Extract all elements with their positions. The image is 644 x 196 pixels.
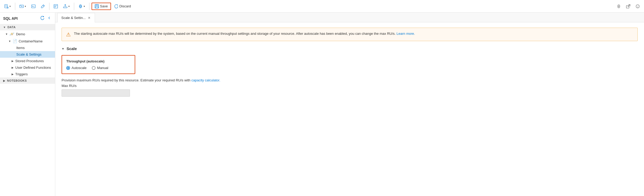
data-section-chevron: ▼ — [3, 26, 6, 29]
sidebar-item-scale-settings[interactable]: Scale & Settings — [0, 51, 55, 58]
external-button[interactable] — [624, 3, 632, 10]
triggers-chevron: ▶ — [12, 73, 14, 76]
svg-rect-7 — [20, 5, 21, 6]
brush-button[interactable] — [39, 3, 47, 10]
udf-chevron: ▶ — [12, 66, 14, 69]
autoscale-label: Autoscale — [72, 66, 87, 70]
sidebar: SQL API ▼ DATA ▼ — [0, 13, 55, 196]
content-area: Scale & Settin... ✕ ⚠ The starting autos… — [55, 13, 644, 196]
smiley-button[interactable] — [633, 3, 642, 10]
open-icon — [19, 4, 24, 8]
terminal-icon — [31, 4, 36, 8]
separator-3 — [74, 3, 74, 10]
sidebar-item-stored-procedures[interactable]: ▶ Stored Procedures — [0, 58, 55, 64]
new-button[interactable]: ▾ — [2, 3, 13, 10]
learn-more-link[interactable]: Learn more. — [396, 32, 415, 36]
discard-label: Discard — [119, 4, 131, 8]
svg-point-28 — [636, 4, 640, 8]
discard-button[interactable]: Discard — [112, 3, 133, 10]
max-rus-input[interactable] — [62, 89, 130, 97]
throughput-box: Throughput (autoscale) Autoscale Manual — [62, 55, 135, 74]
discard-icon — [114, 4, 118, 8]
toolbar: ▾ ▾ — [0, 0, 644, 13]
save-icon — [95, 4, 99, 8]
collapse-icon — [47, 16, 51, 20]
toolbar-right — [615, 3, 642, 10]
new-icon — [4, 4, 8, 8]
max-rus-label: Max RU/s — [62, 84, 638, 88]
manual-option[interactable]: Manual — [92, 66, 108, 70]
save-button[interactable]: Save — [92, 3, 111, 10]
gear-icon — [78, 4, 83, 8]
tab-scale-settings[interactable]: Scale & Settin... ✕ — [57, 13, 95, 22]
sidebar-header-actions — [40, 15, 52, 21]
warning-text: The starting autoscale max RU/s will be … — [74, 31, 415, 36]
capacity-calculator-link[interactable]: capacity calculator. — [191, 78, 220, 82]
demo-chevron: ▼ — [5, 33, 8, 36]
main-layout: SQL API ▼ DATA ▼ — [0, 13, 644, 196]
throughput-radio-group: Autoscale Manual — [66, 66, 130, 70]
notebooks-section-chevron: ▶ — [3, 79, 6, 82]
sidebar-section-data[interactable]: ▼ DATA — [0, 24, 55, 30]
throughput-title: Throughput (autoscale) — [66, 59, 130, 63]
sidebar-item-triggers[interactable]: ▶ Triggers — [0, 71, 55, 77]
refresh-icon — [40, 16, 44, 20]
query-icon — [54, 4, 58, 8]
brush-icon — [41, 4, 45, 8]
stored-proc-chevron: ▶ — [12, 60, 14, 62]
svg-rect-18 — [63, 7, 67, 8]
sidebar-item-stored-proc-label: Stored Procedures — [15, 59, 44, 63]
settings-icon — [617, 4, 621, 8]
settings-chevron: ▾ — [84, 5, 85, 8]
sidebar-item-items[interactable]: Items — [0, 45, 55, 51]
settings-button[interactable] — [615, 3, 623, 10]
refresh-button[interactable] — [40, 15, 45, 21]
upload-button[interactable]: ▾ — [61, 3, 72, 10]
sidebar-item-demo-label: Demo — [16, 32, 25, 36]
query-button[interactable] — [52, 3, 60, 10]
terminal-button[interactable] — [29, 3, 38, 10]
sidebar-header: SQL API — [0, 13, 55, 24]
scale-section-label: Scale — [67, 46, 77, 51]
tab-close-button[interactable]: ✕ — [87, 16, 91, 20]
sidebar-item-demo[interactable]: ▼ 🪐 Demo — [0, 30, 55, 38]
sidebar-item-items-label: Items — [16, 46, 25, 50]
smiley-icon — [636, 4, 640, 8]
provision-description: Provision maximum RU/s required by this … — [62, 78, 190, 82]
upload-icon — [63, 4, 67, 8]
settings-gear-button[interactable]: ▾ — [76, 3, 87, 10]
open-button[interactable]: ▾ — [17, 3, 28, 10]
provision-text: Provision maximum RU/s required by this … — [62, 78, 638, 82]
manual-label: Manual — [97, 66, 108, 70]
separator-2 — [49, 3, 49, 10]
container-icon: 📄 — [13, 39, 17, 43]
sidebar-item-container[interactable]: ▼ 📄 ContainerName — [0, 38, 55, 45]
open-chevron: ▾ — [25, 5, 26, 8]
tab-scale-settings-label: Scale & Settin... — [61, 16, 86, 20]
manual-radio[interactable] — [92, 66, 95, 70]
content-scroll: ⚠ The starting autoscale max RU/s will b… — [55, 22, 644, 196]
scale-section-header: ▼ Scale — [62, 46, 638, 51]
svg-rect-23 — [95, 6, 98, 8]
sidebar-item-container-label: ContainerName — [19, 39, 43, 43]
autoscale-option[interactable]: Autoscale — [66, 66, 87, 70]
svg-point-25 — [618, 6, 619, 7]
warning-banner: ⚠ The starting autoscale max RU/s will b… — [62, 28, 638, 41]
autoscale-radio[interactable] — [66, 66, 70, 70]
container-chevron: ▼ — [8, 40, 11, 43]
upload-chevron: ▾ — [68, 5, 70, 8]
sidebar-item-triggers-label: Triggers — [15, 72, 28, 76]
svg-line-13 — [43, 5, 44, 6]
external-icon — [626, 4, 630, 8]
demo-db-icon: 🪐 — [9, 32, 14, 36]
collapse-button[interactable] — [47, 15, 52, 21]
separator-1 — [15, 3, 15, 10]
sidebar-item-udf[interactable]: ▶ User Defined Functions — [0, 64, 55, 71]
scale-collapse-icon: ▼ — [62, 47, 64, 50]
svg-point-29 — [637, 6, 637, 6]
notebooks-section-label: NOTEBOOKS — [7, 79, 27, 82]
sidebar-item-scale-label: Scale & Settings — [16, 52, 41, 56]
sidebar-section-notebooks[interactable]: ▶ NOTEBOOKS — [0, 77, 55, 84]
sidebar-item-udf-label: User Defined Functions — [15, 66, 51, 70]
warning-icon: ⚠ — [66, 31, 71, 38]
